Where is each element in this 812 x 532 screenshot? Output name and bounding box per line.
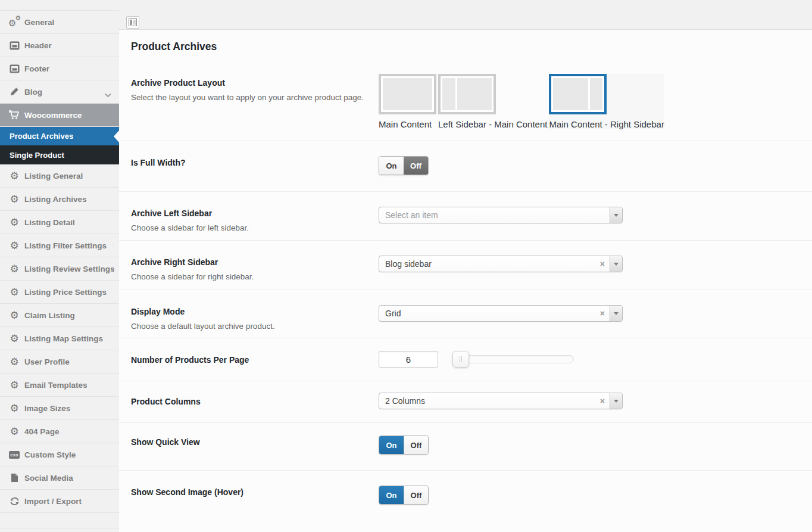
sidebar-item-404-page[interactable]: ⚙ 404 Page [0, 420, 119, 443]
sidebar-item-listing-filter-settings[interactable]: ⚙ Listing Filter Settings [0, 234, 119, 257]
sidebar-item-footer[interactable]: Footer [0, 57, 119, 80]
display-mode-select[interactable]: Grid × [379, 305, 623, 322]
setting-label: Archive Left Sidebar [131, 209, 379, 218]
sidebar-item-image-sizes[interactable]: ⚙ Image Sizes [0, 397, 119, 420]
dropdown-arrow-icon[interactable] [610, 256, 622, 272]
sidebar-item-listing-general[interactable]: ⚙ Listing General [0, 164, 119, 188]
sidebar-item-user-profile[interactable]: ⚙ User Profile [0, 350, 119, 374]
products-per-page-slider[interactable] [452, 351, 574, 368]
sidebar-item-listing-archives[interactable]: ⚙ Listing Archives [0, 188, 119, 211]
setting-description: Choose a sidebar for left sidebar. [131, 223, 379, 232]
select-placeholder: Select an item [379, 207, 622, 223]
sidebar-item-custom-style[interactable]: css Custom Style [0, 443, 119, 466]
show-quick-view-toggle: On Off [379, 435, 429, 455]
sidebar-item-social-media[interactable]: Social Media [0, 466, 119, 490]
is-full-width-toggle: On Off [379, 156, 429, 175]
setting-description: Select the layout you want to apply on y… [131, 93, 379, 102]
setting-row-show-quick-view: Show Quick View On Off [119, 423, 812, 471]
gear-icon: ⚙ [8, 403, 21, 413]
dropdown-arrow-icon[interactable] [610, 393, 622, 409]
chevron-down-icon [105, 89, 111, 95]
dropdown-arrow-icon[interactable] [610, 306, 622, 321]
gear-icon: ⚙ [8, 194, 21, 204]
setting-label: Show Quick View [131, 437, 379, 447]
css-icon: css [8, 451, 21, 459]
sidebar-item-claim-listing[interactable]: ⚙ Claim Listing [0, 304, 119, 327]
layout-toggle-icon [129, 18, 137, 26]
toggle-off-button[interactable]: Off [404, 436, 428, 454]
current-item-arrow [114, 130, 119, 142]
toggle-off-button[interactable]: Off [404, 157, 428, 175]
slider-track[interactable] [461, 355, 574, 363]
sidebar-bottom-spacer [0, 513, 119, 528]
settings-sidebar: ⚙⚙ General Header Footer Blog Woocommerc… [0, 0, 119, 532]
layout-icon [8, 41, 21, 50]
layout-thumbnail-right-sidebar-selected [549, 74, 607, 114]
gear-icon: ⚙ [8, 380, 21, 390]
sidebar-item-import-export[interactable]: Import / Export [0, 490, 119, 513]
setting-description: Choose a default layout archive product. [131, 322, 379, 331]
cart-icon [8, 110, 21, 120]
sidebar-item-listing-price-settings[interactable]: ⚙ Listing Price Settings [0, 281, 119, 304]
setting-label: Display Mode [131, 307, 379, 316]
products-per-page-input[interactable] [379, 351, 438, 368]
sidebar-item-general[interactable]: ⚙⚙ General [0, 11, 119, 34]
setting-label: Number of Products Per Page [131, 355, 379, 365]
sidebar-item-blog[interactable]: Blog [0, 80, 119, 104]
gear-icon: ⚙ [8, 310, 21, 321]
select-value: Grid [379, 306, 622, 321]
pencil-icon [8, 87, 21, 97]
sidebar-item-listing-detail[interactable]: ⚙ Listing Detail [0, 211, 119, 234]
archive-right-sidebar-select[interactable]: Blog sidebar × [379, 256, 623, 272]
toggle-on-button[interactable]: On [379, 157, 404, 175]
sidebar-top-spacer [0, 0, 119, 11]
layout-option-left-sidebar-main-content[interactable]: Left Sidebar - Main Content [438, 74, 547, 129]
setting-row-show-second-image: Show Second Image (Hover) On Off [119, 471, 812, 532]
gear-icon: ⚙ [8, 241, 21, 251]
setting-row-products-per-page: Number of Products Per Page [119, 338, 812, 381]
gear-icon: ⚙ [8, 171, 21, 181]
layout-option-main-content-right-sidebar[interactable]: Main Content - Right Sidebar [549, 74, 664, 129]
gear-icon: ⚙ [8, 264, 21, 274]
settings-content: Product Archives Archive Product Layout … [119, 0, 812, 532]
gear-icon: ⚙ [8, 217, 21, 228]
settings-panel: Product Archives Archive Product Layout … [119, 30, 812, 532]
toggle-on-button[interactable]: On [379, 436, 404, 454]
archive-left-sidebar-select[interactable]: Select an item [379, 207, 623, 223]
sidebar-item-listing-map-settings[interactable]: ⚙ Listing Map Settings [0, 327, 119, 350]
layout-option-main-content[interactable]: Main Content [379, 74, 436, 129]
page-icon [8, 473, 21, 483]
clear-icon[interactable]: × [600, 306, 605, 321]
gears-icon: ⚙⚙ [8, 17, 21, 27]
setting-description: Choose a sidebar for right sidebar. [131, 272, 379, 281]
product-columns-select[interactable]: 2 Columns × [379, 393, 623, 409]
layout-picker: Main Content Left Sidebar - Main Content… [379, 74, 812, 129]
gear-icon: ⚙ [8, 287, 21, 297]
sidebar-item-single-product[interactable]: Single Product [0, 145, 119, 164]
sidebar-item-header[interactable]: Header [0, 34, 119, 57]
sidebar-item-product-archives[interactable]: Product Archives [0, 127, 119, 145]
gear-icon: ⚙ [8, 334, 21, 344]
gear-icon: ⚙ [8, 357, 21, 367]
setting-label: Show Second Image (Hover) [131, 487, 379, 497]
setting-row-archive-product-layout: Archive Product Layout Select the layout… [119, 60, 812, 141]
clear-icon[interactable]: × [600, 256, 605, 272]
toggle-off-button[interactable]: Off [404, 486, 428, 504]
dropdown-arrow-icon[interactable] [610, 207, 622, 223]
setting-label: Archive Right Sidebar [131, 257, 379, 267]
slider-handle[interactable] [452, 351, 469, 368]
setting-row-product-columns: Product Columns 2 Columns × [119, 381, 812, 423]
show-second-image-toggle: On Off [379, 486, 429, 505]
clear-icon[interactable]: × [600, 393, 605, 409]
layout-icon [8, 64, 21, 73]
setting-label: Archive Product Layout [131, 78, 379, 88]
select-value: Blog sidebar [379, 256, 622, 272]
sync-icon [8, 497, 21, 506]
sidebar-item-email-templates[interactable]: ⚙ Email Templates [0, 374, 119, 397]
toggle-on-button[interactable]: On [379, 486, 404, 504]
setting-row-display-mode: Display Mode Choose a default layout arc… [119, 290, 812, 338]
sidebar-item-woocommerce[interactable]: Woocommerce [0, 104, 119, 127]
panel-toggle-button[interactable] [126, 16, 139, 29]
sidebar-item-listing-review-settings[interactable]: ⚙ Listing Review Settings [0, 257, 119, 281]
topbar [119, 0, 812, 30]
